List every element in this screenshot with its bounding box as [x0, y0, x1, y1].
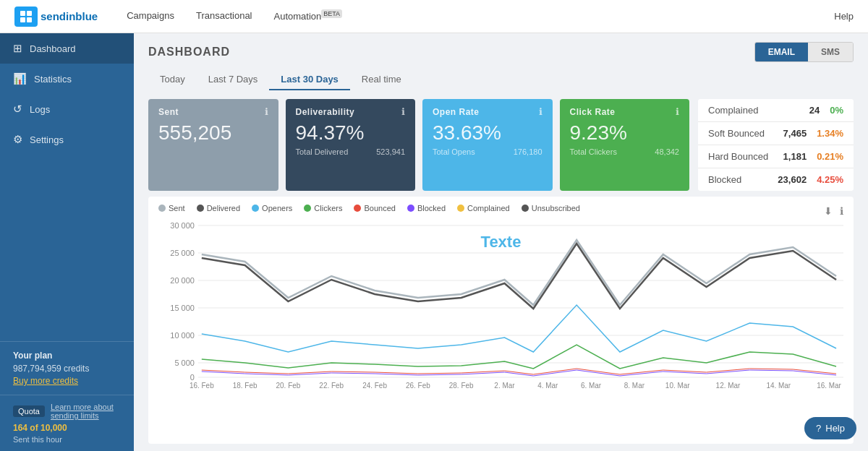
legend-dot-clickers: [304, 205, 311, 212]
svg-rect-0: [20, 11, 25, 16]
svg-text:5 000: 5 000: [174, 358, 194, 367]
logs-icon: ↺: [13, 103, 22, 116]
stat-title-deliverability: Deliverability: [296, 107, 355, 117]
right-stat-value-hardbounced: 1,181: [783, 151, 807, 162]
right-stat-value-blocked: 23,602: [778, 174, 807, 185]
email-toggle-button[interactable]: EMAIL: [755, 43, 808, 61]
stat-info-icon-openrate[interactable]: ℹ: [539, 106, 542, 117]
legend-sent: Sent: [158, 204, 185, 212]
stat-sub-deliverability: Total Delivered 523,941: [296, 147, 406, 156]
main-layout: ⊞ Dashboard 📊 Statistics ↺ Logs ⚙ Settin…: [0, 33, 868, 451]
help-bubble-icon: ?: [816, 423, 821, 434]
legend-dot-openers: [252, 205, 259, 212]
sidebar: ⊞ Dashboard 📊 Statistics ↺ Logs ⚙ Settin…: [0, 33, 134, 451]
svg-text:26. Feb: 26. Feb: [406, 382, 430, 390]
quota-sub: Sent this hour: [13, 435, 121, 444]
legend-clickers: Clickers: [304, 204, 342, 212]
svg-text:15 000: 15 000: [170, 304, 195, 312]
right-stat-pct-blocked: 4.25%: [817, 174, 843, 185]
right-stat-name-complained: Complained: [708, 105, 809, 116]
stat-title-clickrate: Click Rate: [570, 107, 616, 117]
nav-campaigns[interactable]: Campaigns: [127, 7, 174, 25]
sidebar-label-statistics: Statistics: [34, 74, 72, 85]
chart-download-icon[interactable]: ⬇: [824, 205, 833, 217]
tab-last7days[interactable]: Last 7 Days: [197, 69, 270, 90]
dashboard-icon: ⊞: [13, 42, 22, 55]
legend-openers: Openers: [252, 204, 292, 212]
quota-section: Quota Learn more about sending limits 16…: [0, 395, 134, 451]
stat-title-sent: Sent: [158, 107, 179, 117]
svg-text:4. Mar: 4. Mar: [537, 382, 558, 390]
nav-transactional[interactable]: Transactional: [196, 7, 252, 25]
svg-text:0: 0: [190, 373, 195, 382]
nav-automation[interactable]: AutomationBETA: [274, 7, 343, 25]
help-nav-button[interactable]: Help: [834, 11, 854, 22]
right-stat-value-complained: 24: [809, 105, 820, 116]
svg-text:10 000: 10 000: [170, 331, 195, 340]
right-stat-blocked: Blocked 23,602 4.25%: [698, 168, 854, 191]
quota-badge: Quota: [13, 405, 45, 417]
settings-icon: ⚙: [13, 133, 22, 146]
stat-cards-row: Sent ℹ 555,205 Deliverability ℹ 94.37% T…: [148, 99, 689, 191]
svg-rect-1: [27, 11, 32, 16]
stat-value-sent: 555,205: [158, 121, 268, 145]
chart-legend: Sent Delivered Openers Clickers: [158, 204, 580, 212]
svg-text:30 000: 30 000: [170, 221, 195, 230]
sidebar-item-dashboard[interactable]: ⊞ Dashboard: [0, 33, 134, 64]
legend-label-sent: Sent: [169, 204, 185, 212]
credits-count: 987,794,959 credits: [13, 364, 121, 374]
chart-info-icon[interactable]: ℹ: [840, 205, 843, 217]
stat-sub-clickrate: Total Clickers 48,342: [570, 147, 680, 156]
right-stat-name-softbounced: Soft Bounced: [708, 128, 783, 139]
legend-dot-unsubscribed: [522, 205, 529, 212]
svg-text:18. Feb: 18. Feb: [233, 382, 258, 390]
sidebar-item-statistics[interactable]: 📊 Statistics: [0, 64, 134, 94]
right-stat-softbounced: Soft Bounced 7,465 1.34%: [698, 122, 854, 145]
legend-label-blocked: Blocked: [417, 204, 446, 212]
legend-label-delivered: Delivered: [207, 204, 240, 212]
stat-sub-openrate: Total Opens 176,180: [433, 147, 542, 156]
quota-numbers: 164 of 10,000: [13, 423, 121, 433]
legend-label-clickers: Clickers: [314, 204, 342, 212]
svg-text:14. Mar: 14. Mar: [766, 382, 791, 390]
sidebar-label-settings: Settings: [30, 134, 64, 145]
clickrate-sub-right: 48,342: [655, 147, 679, 156]
legend-label-bounced: Bounced: [364, 204, 395, 212]
stat-card-openrate: Open Rate ℹ 33.63% Total Opens 176,180: [422, 99, 553, 191]
svg-text:10. Mar: 10. Mar: [665, 382, 690, 390]
stat-card-deliverability: Deliverability ℹ 94.37% Total Delivered …: [286, 99, 416, 191]
right-stat-name-hardbounced: Hard Bounced: [708, 151, 783, 162]
right-stat-complained: Complained 24 0%: [698, 99, 854, 122]
logo-text: sendinblue: [41, 10, 98, 22]
deliverability-sub-left: Total Delivered: [296, 147, 349, 156]
stat-value-clickrate: 9.23%: [570, 121, 680, 145]
bounced-text-label: Texte: [481, 233, 522, 252]
stat-card-clickrate: Click Rate ℹ 9.23% Total Clickers 48,342: [560, 99, 690, 191]
legend-dot-complained: [457, 205, 464, 212]
tab-realtime[interactable]: Real time: [350, 69, 413, 90]
legend-bounced: Bounced: [354, 204, 395, 212]
svg-text:8. Mar: 8. Mar: [624, 382, 645, 390]
stat-info-icon-clickrate[interactable]: ℹ: [676, 106, 679, 117]
buy-credits-link[interactable]: Buy more credits: [13, 376, 121, 386]
content-area: DASHBOARD EMAIL SMS Today Last 7 Days La…: [134, 33, 868, 451]
right-stat-pct-hardbounced: 0.21%: [817, 151, 843, 162]
sms-toggle-button[interactable]: SMS: [808, 43, 853, 61]
statistics-icon: 📊: [13, 72, 27, 85]
right-stat-pct-complained: 0%: [830, 105, 843, 116]
tab-last30days[interactable]: Last 30 Days: [269, 69, 350, 90]
legend-dot-delivered: [197, 205, 204, 212]
svg-text:28. Feb: 28. Feb: [449, 382, 474, 390]
sidebar-item-logs[interactable]: ↺ Logs: [0, 94, 134, 124]
help-bubble[interactable]: ? Help: [804, 417, 856, 439]
stat-info-icon-sent[interactable]: ℹ: [265, 106, 268, 117]
stat-info-icon-deliverability[interactable]: ℹ: [401, 106, 405, 117]
sidebar-item-settings[interactable]: ⚙ Settings: [0, 124, 134, 155]
legend-unsubscribed: Unsubscribed: [522, 204, 580, 212]
svg-text:2. Mar: 2. Mar: [494, 382, 515, 390]
date-tab-row: Today Last 7 Days Last 30 Days Real time: [134, 62, 868, 90]
tab-today[interactable]: Today: [148, 69, 197, 90]
quota-link[interactable]: Learn more about sending limits: [51, 403, 121, 420]
legend-dot-sent: [158, 205, 166, 212]
svg-text:12. Mar: 12. Mar: [716, 382, 741, 390]
